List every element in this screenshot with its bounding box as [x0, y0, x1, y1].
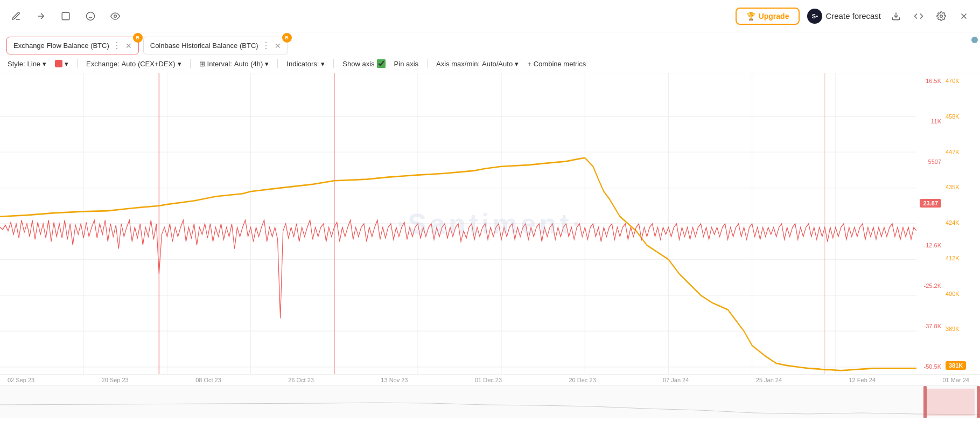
y-label-left-3: -12.6K: [924, 242, 941, 248]
upgrade-icon: 🏆: [746, 12, 755, 20]
x-label-6: 20 Dec 23: [569, 377, 596, 383]
pin-axis-toggle[interactable]: Pin axis: [394, 60, 419, 68]
x-label-4: 13 Nov 23: [381, 377, 408, 383]
style-chevron: ▾: [43, 60, 46, 68]
axis-maxmin-selector[interactable]: Axis max/min: Auto/Auto ▾: [436, 60, 519, 68]
interval-label: Interval:: [207, 60, 232, 68]
x-label-0: 02 Sep 23: [8, 377, 34, 383]
svg-rect-31: [923, 386, 927, 418]
show-axis-toggle[interactable]: Show axis: [342, 59, 385, 68]
axis-maxmin-chevron: ▾: [515, 60, 519, 68]
y-label-right-2: 447K: [946, 149, 960, 155]
color-chevron: ▾: [65, 60, 68, 68]
exchange-selector[interactable]: Exchange: Auto (CEX+DEX) ▾: [86, 60, 181, 68]
y-label-right-6: 400K: [946, 291, 960, 297]
y-label-left-2: 5507: [928, 158, 941, 165]
pin-axis-label: Pin axis: [394, 60, 419, 68]
tab-exchange-label: Exchange Flow Balance (BTC): [13, 42, 109, 50]
interval-chevron: ▾: [265, 60, 269, 68]
y-label-left-4: -25.2K: [924, 282, 941, 289]
style-value: Line: [27, 60, 41, 68]
color-swatch: [55, 60, 62, 67]
y-axis-right: 470K 458K 447K 435K 424K 412K 400K 389K …: [943, 73, 980, 374]
svg-point-1: [87, 12, 95, 20]
tab-coinbase[interactable]: B Coinbase Historical Balance (BTC) ⋮ ✕: [143, 37, 288, 54]
create-forecast-label: Create forecast: [825, 11, 881, 20]
tab-badge-2: B: [282, 33, 292, 43]
y-label-left-0: 16.5K: [926, 78, 941, 84]
chart-area: ·Santiment· 16.5K 11K 5507: [0, 73, 980, 374]
axis-maxmin-label: Axis max/min:: [436, 60, 480, 68]
x-label-8: 25 Jan 24: [756, 377, 782, 383]
square-icon[interactable]: [58, 9, 73, 24]
chart-svg: [0, 73, 916, 374]
interval-selector[interactable]: ⊞ Interval: Auto (4h) ▾: [199, 60, 269, 68]
show-axis-checkbox[interactable]: [377, 59, 386, 68]
settings-icon[interactable]: [934, 9, 949, 24]
emoji-icon[interactable]: [83, 9, 98, 24]
exchange-value: Auto (CEX+DEX): [122, 60, 176, 68]
close-icon[interactable]: [956, 9, 971, 24]
tab-close-2[interactable]: ✕: [275, 42, 281, 50]
y-label-right-5: 412K: [946, 255, 960, 261]
download-icon[interactable]: [888, 9, 904, 24]
svg-rect-30: [926, 389, 975, 416]
upgrade-button[interactable]: 🏆 Upgrade: [736, 8, 800, 25]
current-yellow-label: 381K: [946, 361, 966, 370]
indicators-chevron: ▾: [321, 60, 325, 68]
tab-close-1[interactable]: ✕: [125, 42, 132, 50]
axis-maxmin-value: Auto/Auto: [482, 60, 513, 68]
y-label-right-3: 435K: [946, 184, 960, 190]
combine-metrics-button[interactable]: + Combine metrics: [527, 60, 586, 68]
toolbar-tools: [9, 9, 123, 24]
x-label-2: 08 Oct 23: [195, 377, 221, 383]
svg-rect-32: [977, 386, 980, 418]
current-red-label: 23.87: [920, 199, 941, 208]
divider-2: [190, 59, 191, 68]
interval-value: Auto (4h): [234, 60, 263, 68]
upgrade-label: Upgrade: [759, 12, 789, 20]
x-label-5: 01 Dec 23: [475, 377, 502, 383]
tab-exchange[interactable]: B Exchange Flow Balance (BTC) ⋮ ✕: [6, 37, 139, 54]
x-label-3: 26 Oct 23: [288, 377, 314, 383]
create-forecast-button[interactable]: S• Create forecast: [807, 9, 881, 24]
code-icon[interactable]: [911, 9, 926, 24]
eye-icon[interactable]: [108, 9, 123, 24]
chart-toolbar: Style: Line ▾ ▾ Exchange: Auto (CEX+DEX)…: [0, 54, 980, 73]
tab-badge-1: B: [133, 33, 143, 43]
tab-menu-icon-2[interactable]: ⋮: [262, 40, 270, 51]
exchange-chevron: ▾: [178, 60, 181, 68]
x-label-7: 07 Jan 24: [663, 377, 689, 383]
show-axis-label: Show axis: [342, 60, 374, 68]
x-label-9: 12 Feb 24: [849, 377, 876, 383]
minimap-svg: [0, 386, 980, 418]
minimap[interactable]: [0, 385, 980, 418]
x-label-10: 01 Mar 24: [942, 377, 969, 383]
style-selector[interactable]: Style: Line ▾: [8, 60, 46, 68]
tab-menu-icon-1[interactable]: ⋮: [113, 40, 121, 51]
tab-coinbase-label: Coinbase Historical Balance (BTC): [150, 42, 258, 50]
svg-point-4: [114, 15, 117, 17]
x-axis: 02 Sep 23 20 Sep 23 08 Oct 23 26 Oct 23 …: [0, 374, 980, 385]
divider-1: [77, 59, 78, 68]
blue-dot: [971, 37, 978, 43]
x-label-1: 20 Sep 23: [102, 377, 129, 383]
y-label-right-7: 389K: [946, 326, 960, 332]
combine-plus-icon: +: [527, 60, 531, 68]
combine-metrics-label: Combine metrics: [534, 60, 586, 68]
y-label-left-1: 11K: [930, 118, 941, 125]
santiment-logo: S•: [807, 9, 822, 24]
divider-5: [427, 59, 428, 68]
divider-4: [333, 59, 334, 68]
divider-3: [277, 59, 278, 68]
metric-tabs: B Exchange Flow Balance (BTC) ⋮ ✕ B Coin…: [0, 32, 980, 54]
style-label: Style:: [8, 60, 25, 68]
svg-point-6: [940, 15, 943, 17]
indicators-selector[interactable]: Indicators: ▾: [286, 60, 325, 68]
color-swatch-container[interactable]: ▾: [55, 60, 68, 68]
y-label-right-0: 470K: [946, 78, 960, 84]
arrow-icon[interactable]: [33, 9, 48, 24]
exchange-label: Exchange:: [86, 60, 119, 68]
top-bar: 🏆 Upgrade S• Create forecast: [0, 0, 980, 32]
pen-icon[interactable]: [9, 9, 24, 24]
